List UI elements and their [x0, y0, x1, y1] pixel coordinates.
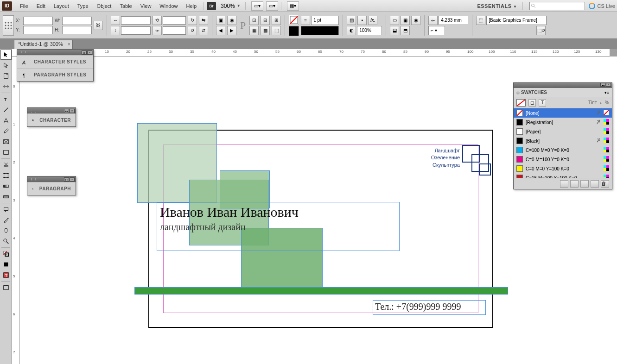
fill-chip[interactable]: [516, 99, 526, 107]
menu-help[interactable]: Help: [182, 1, 201, 11]
stroke-swatch[interactable]: [289, 26, 299, 36]
new-swatch-button[interactable]: [591, 180, 599, 188]
auto-fit-button[interactable]: ⬚: [272, 26, 281, 35]
y-input[interactable]: [23, 26, 53, 34]
shear-button[interactable]: ⬰: [153, 26, 162, 35]
text-wrap-shape[interactable]: ◉: [411, 16, 420, 25]
hand-tool[interactable]: [0, 226, 12, 236]
panel-menu-icon[interactable]: ▾≡: [604, 90, 609, 95]
text-wrap-jump[interactable]: ⬓: [390, 26, 399, 35]
phone-text-frame[interactable]: Тел.: +7(999)999 9999: [373, 300, 486, 315]
menu-edit[interactable]: Edit: [32, 1, 50, 11]
clear-overrides-button[interactable]: ⬚↺: [536, 26, 546, 35]
rectangle-frame-tool[interactable]: [0, 137, 12, 147]
swatch-item[interactable]: C=0 M=0 Y=100 K=0: [514, 164, 612, 173]
rectangle-tool[interactable]: [0, 147, 12, 157]
fill-frame-button[interactable]: ▦: [249, 26, 259, 35]
formatting-text-button[interactable]: T: [0, 270, 12, 280]
collapse-icon[interactable]: ▸▸: [82, 50, 87, 55]
pencil-tool[interactable]: [0, 126, 12, 136]
close-icon[interactable]: ×: [70, 177, 75, 182]
character-panel[interactable]: ⋮⋮ ▸▸ × A| CHARACTER: [27, 107, 76, 127]
swatch-item[interactable]: [Paper]: [514, 127, 612, 136]
rotate-button[interactable]: ⟲: [153, 16, 162, 25]
green-bar[interactable]: [134, 287, 508, 295]
menu-layout[interactable]: Layout: [50, 1, 73, 11]
show-all-button[interactable]: [560, 180, 568, 188]
swatch-item[interactable]: C=100 M=0 Y=0 K=0: [514, 145, 612, 155]
horizontal-ruler[interactable]: -505101520253035404550556065707580859095…: [12, 49, 610, 56]
panel-header[interactable]: ⋮⋮ ▸▸ ×: [27, 108, 76, 113]
menu-type[interactable]: Type: [73, 1, 93, 11]
opacity-input[interactable]: 100%: [357, 26, 382, 35]
character-styles-row[interactable]: A CHARACTER STYLES: [17, 55, 93, 68]
x-input[interactable]: [23, 17, 53, 25]
workspace-switcher[interactable]: ESSENTIALS ▼: [477, 3, 517, 9]
text-wrap-none[interactable]: ▭: [390, 16, 399, 25]
w-input[interactable]: [62, 17, 92, 25]
fit-content-button[interactable]: ⊡: [249, 16, 259, 25]
show-gradient-button[interactable]: [580, 180, 589, 188]
note-tool[interactable]: [0, 204, 12, 214]
direct-selection-tool[interactable]: [0, 60, 12, 70]
fit-frame-button[interactable]: ⊟: [261, 16, 270, 25]
swatch-item[interactable]: [Registration]: [514, 118, 612, 127]
stroke-style-dropdown[interactable]: —: [301, 26, 339, 35]
screen-mode-tool[interactable]: [0, 282, 12, 293]
apply-color-button[interactable]: [0, 259, 12, 270]
fill-stroke-swap[interactable]: [0, 249, 12, 259]
cs-live-button[interactable]: CS Live: [589, 3, 615, 9]
select-container-button[interactable]: ▣: [216, 16, 225, 25]
styles-panel[interactable]: ⋮⋮ ▸▸ × A CHARACTER STYLES ¶ PARAGRAPH S…: [17, 49, 94, 82]
flip-v-button[interactable]: ⇵: [199, 26, 208, 35]
select-next-button[interactable]: ▶: [227, 26, 236, 35]
select-content-button[interactable]: ◉: [227, 16, 236, 25]
menu-file[interactable]: File: [16, 1, 32, 11]
scale-y-input[interactable]: [121, 26, 151, 35]
page-tool[interactable]: [0, 71, 12, 81]
swatch-item[interactable]: C=15 M=100 Y=100 K=0: [514, 173, 612, 178]
arrange-button[interactable]: ▭▾: [266, 1, 278, 11]
shear-input[interactable]: [163, 26, 186, 35]
rotate-input[interactable]: [163, 16, 186, 25]
menu-object[interactable]: Object: [93, 1, 116, 11]
menu-table[interactable]: Table: [115, 1, 136, 11]
panel-header[interactable]: ⋮⋮ ▸▸ ×: [17, 50, 93, 55]
scale-y-button[interactable]: ↕: [111, 26, 120, 35]
swatch-item[interactable]: [None]: [514, 108, 612, 118]
search-input[interactable]: [529, 2, 585, 10]
free-transform-tool[interactable]: [0, 170, 12, 181]
zoom-level[interactable]: 300% ▼: [221, 3, 242, 9]
rotate-ccw-button[interactable]: ↺: [188, 26, 197, 35]
text-wrap-bbox[interactable]: ▣: [401, 16, 410, 25]
swatches-tab[interactable]: ◇ SWATCHES ▾≡: [514, 88, 612, 97]
gap-tool[interactable]: [0, 82, 12, 92]
close-icon[interactable]: ×: [68, 42, 70, 47]
collapse-icon[interactable]: ▸▸: [64, 177, 69, 182]
show-color-button[interactable]: [570, 180, 579, 188]
vertical-ruler[interactable]: 012345678: [12, 56, 19, 364]
eyedropper-tool[interactable]: [0, 215, 12, 225]
fx-button[interactable]: fx.: [368, 16, 377, 25]
menu-view[interactable]: View: [136, 1, 156, 11]
line-tool[interactable]: [0, 105, 12, 115]
gradient-swatch-tool[interactable]: [0, 181, 12, 191]
pen-tool[interactable]: [0, 115, 12, 126]
screen-mode-button[interactable]: ▭▾: [251, 1, 263, 11]
swatch-item[interactable]: C=0 M=100 Y=0 K=0: [514, 155, 612, 164]
panel-header[interactable]: ◂◂ ×: [514, 83, 612, 88]
close-icon[interactable]: ×: [606, 83, 611, 87]
select-prev-button[interactable]: ◀: [216, 26, 225, 35]
flip-h-button[interactable]: ⇋: [199, 16, 208, 25]
paragraph-styles-row[interactable]: ¶ PARAGRAPH STYLES: [17, 68, 93, 81]
menu-window[interactable]: Window: [155, 1, 182, 11]
collapse-icon[interactable]: ▸▸: [64, 109, 69, 113]
close-icon[interactable]: ×: [70, 109, 75, 113]
drop-shadow-button[interactable]: ▪: [357, 16, 367, 25]
constrain-icon[interactable]: ⛓: [94, 21, 103, 30]
bridge-button[interactable]: Br: [207, 2, 216, 10]
rotate-cw-button[interactable]: ↻: [188, 16, 197, 25]
character-panel-row[interactable]: A| CHARACTER: [27, 113, 76, 126]
swatches-panel[interactable]: ◂◂ × ◇ SWATCHES ▾≡ ◻ T Tint: ▸ % [None][…: [513, 82, 612, 189]
document-tab[interactable]: *Untitled-1 @ 300% ×: [14, 40, 73, 49]
